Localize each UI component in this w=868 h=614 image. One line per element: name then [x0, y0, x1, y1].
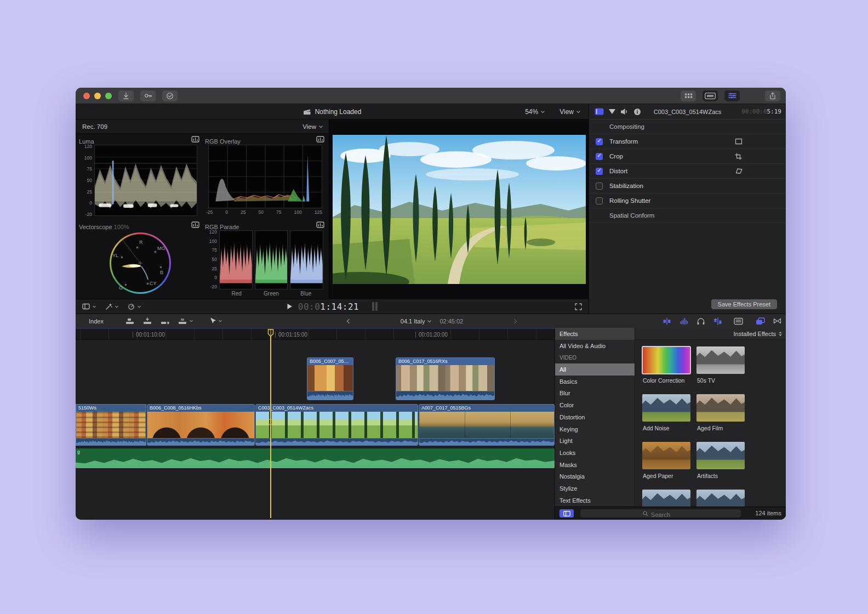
- category-basics[interactable]: Basics: [555, 376, 635, 388]
- playhead-handle[interactable]: [267, 419, 273, 425]
- distort-checkbox[interactable]: [596, 168, 603, 175]
- inspector-row-rolling-shutter[interactable]: Rolling Shutter: [589, 194, 786, 208]
- category-nostalgia[interactable]: Nostalgia: [555, 471, 635, 483]
- effects-sort-menu[interactable]: Installed Effects: [635, 328, 786, 340]
- distort-icon[interactable]: [735, 168, 743, 174]
- transform-checkbox[interactable]: [596, 138, 603, 145]
- timeline-clip-connected-2[interactable]: B006_C017_0516RXs: [396, 357, 495, 400]
- timeline-clip-primary-4[interactable]: A007_C017_0515BGs: [419, 404, 555, 446]
- scope-settings-icon[interactable]: [191, 136, 199, 143]
- timeline-clip-primary-1[interactable]: 5150Ws: [76, 404, 146, 446]
- snapping-icon[interactable]: [713, 317, 722, 325]
- timeline-clip-connected-1[interactable]: B005_C007_05…: [307, 357, 353, 400]
- close-window-button[interactable]: [83, 93, 90, 99]
- inspector-row-distort[interactable]: Distort: [589, 164, 786, 179]
- clip-waveform: [256, 438, 418, 445]
- category-masks[interactable]: Masks: [555, 459, 635, 471]
- effects-browser-icon[interactable]: [756, 317, 765, 325]
- minimize-window-button[interactable]: [94, 93, 101, 99]
- effect-item-50s-tv[interactable]: 50s TV: [696, 346, 745, 394]
- scope-settings-icon[interactable]: [191, 221, 199, 229]
- scope-settings-icon[interactable]: [316, 136, 324, 143]
- category-keying[interactable]: Keying: [555, 423, 635, 435]
- effect-thumbnail: [642, 394, 690, 422]
- crop-checkbox[interactable]: [596, 153, 603, 160]
- category-all[interactable]: All: [555, 363, 635, 376]
- timeline-ruler[interactable]: 00:01:10:00 00:01:15:00 00:01:20:00: [76, 329, 555, 340]
- category-all-video-audio[interactable]: All Video & Audio: [555, 340, 635, 352]
- transform-icon[interactable]: [735, 138, 743, 145]
- viewer-timecode[interactable]: 00:01:14:21: [298, 302, 359, 312]
- effect-item[interactable]: [642, 490, 690, 507]
- timeline-toolbar: Index 04.1 Italy 02:45:02: [76, 314, 786, 328]
- effect-item-add-noise[interactable]: Add Noise: [642, 394, 690, 442]
- save-effects-preset-button[interactable]: Save Effects Preset: [711, 299, 777, 309]
- effect-item-aged-film[interactable]: Aged Film: [696, 394, 745, 442]
- inspector-clip-name: C003_C003_0514WZacs: [654, 109, 722, 115]
- info-inspector-tab-icon[interactable]: [633, 108, 641, 116]
- play-button[interactable]: [287, 303, 293, 310]
- next-project-icon[interactable]: [513, 319, 517, 324]
- video-scopes-panel: Rec. 709 View Luma 1201007550250-20: [76, 120, 329, 299]
- viewer-view-menu[interactable]: View: [559, 108, 581, 116]
- timeline-audio-clip[interactable]: g: [76, 448, 555, 468]
- previous-project-icon[interactable]: [346, 319, 350, 324]
- rgb-parade-scope: RGB Parade 1201007550250-20 Red Green Bl…: [205, 221, 326, 298]
- timeline-index-icon[interactable]: [734, 317, 743, 325]
- viewer-zoom-menu[interactable]: 54%: [525, 108, 545, 116]
- rolling-shutter-checkbox[interactable]: [596, 197, 603, 204]
- effect-thumbnail: [696, 394, 745, 422]
- category-blur[interactable]: Blur: [555, 388, 635, 400]
- sidebar-toggle-button[interactable]: [559, 509, 574, 518]
- category-color[interactable]: Color: [555, 399, 635, 411]
- category-light[interactable]: Light: [555, 435, 635, 447]
- inspector-row-crop[interactable]: Crop: [589, 149, 786, 164]
- timeline-clip-primary-3[interactable]: C003_C003_0514WZacs: [255, 404, 418, 446]
- background-tasks-button[interactable]: [162, 90, 178, 101]
- search-icon: [643, 511, 648, 516]
- scopes-view-menu[interactable]: View: [302, 123, 323, 130]
- stabilization-checkbox[interactable]: [596, 183, 603, 190]
- inspector-row-compositing[interactable]: Compositing: [589, 120, 786, 134]
- crop-icon[interactable]: [735, 153, 742, 160]
- solo-headphones-icon[interactable]: [696, 317, 705, 325]
- show-inspector-button[interactable]: [724, 90, 740, 101]
- transitions-browser-icon[interactable]: [773, 317, 781, 325]
- video-inspector-tab-icon[interactable]: [595, 108, 604, 115]
- audio-meters[interactable]: [372, 302, 378, 311]
- effect-item-aged-paper[interactable]: Aged Paper: [642, 442, 690, 490]
- inspector-row-spatial-conform[interactable]: Spatial Conform: [589, 208, 786, 223]
- project-name-menu[interactable]: 04.1 Italy: [401, 318, 432, 325]
- app-window: Nothing Loaded 54% View Rec. 709 View Lu…: [76, 88, 786, 520]
- category-distortion[interactable]: Distortion: [555, 411, 635, 423]
- check-circle-icon: [166, 92, 174, 100]
- zoom-window-button[interactable]: [105, 93, 112, 99]
- search-input[interactable]: [580, 511, 741, 519]
- show-browser-button[interactable]: [681, 90, 696, 101]
- effects-browser-panel: Effects All Video & Audio VIDEO All Basi…: [555, 328, 786, 520]
- viewer-header: Nothing Loaded 54% View: [76, 104, 589, 120]
- vectorscope-scale: 100%: [114, 224, 129, 230]
- effects-inspector-tab-icon[interactable]: [609, 109, 615, 114]
- inspector-row-transform[interactable]: Transform: [589, 134, 786, 149]
- playhead-head[interactable]: [267, 329, 274, 337]
- viewer-title: Nothing Loaded: [315, 108, 362, 116]
- category-stylize[interactable]: Stylize: [555, 482, 635, 494]
- effect-item[interactable]: [696, 490, 745, 507]
- import-media-button[interactable]: [118, 90, 134, 101]
- effect-item-color-correction[interactable]: Color Correction: [642, 346, 690, 394]
- skimming-icon[interactable]: [663, 317, 671, 325]
- effect-thumbnail: [696, 442, 745, 469]
- category-looks[interactable]: Looks: [555, 447, 635, 459]
- category-text-effects[interactable]: Text Effects: [555, 494, 635, 507]
- audio-skimming-icon[interactable]: [679, 317, 688, 325]
- scope-settings-icon[interactable]: [316, 221, 324, 229]
- timeline-clip-primary-2[interactable]: B006_C008_0516HKbs: [147, 404, 255, 446]
- share-button[interactable]: [765, 90, 780, 101]
- effect-item-artifacts[interactable]: Artifacts: [696, 442, 745, 490]
- show-timeline-button[interactable]: [703, 90, 718, 101]
- audio-inspector-tab-icon[interactable]: [620, 108, 629, 115]
- keywords-button[interactable]: [140, 90, 156, 101]
- inspector-row-stabilization[interactable]: Stabilization: [589, 179, 786, 194]
- vectorscope-target-mg: MG: [157, 246, 165, 251]
